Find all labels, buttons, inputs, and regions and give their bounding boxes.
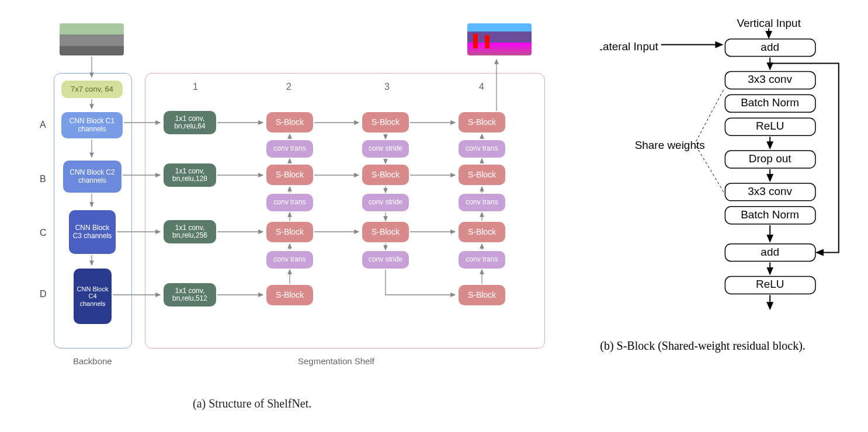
svg-text:add: add <box>761 41 780 53</box>
output-image-thumb <box>467 23 532 55</box>
conv-stride-3ab: conv stride <box>362 140 409 158</box>
sblock-diagram: Vertical Input Lateral Input add 3x3 con… <box>600 12 856 353</box>
caption-a: (a) Structure of ShelfNet. <box>193 397 311 410</box>
sblock-4b: S-Block <box>459 165 505 185</box>
label-share-weights: Share weights <box>635 139 705 151</box>
input-image-thumb <box>60 23 124 55</box>
shelfnet-structure-diagram: A B C D 1 2 3 4 7x7 conv, 64 CNN Block C… <box>12 12 577 420</box>
svg-line-63 <box>696 89 724 141</box>
sblock-3c: S-Block <box>362 222 409 242</box>
cnn-block-c2: CNN Block C2 channels <box>63 161 121 193</box>
shelf-label: Segmentation Shelf <box>298 356 374 366</box>
svg-text:Drop out: Drop out <box>749 152 791 165</box>
svg-text:ReLU: ReLU <box>756 120 784 132</box>
conv-stride-3cd: conv stride <box>362 251 409 269</box>
conv1x1-64: 1x1 conv, bn,relu,64 <box>164 111 216 134</box>
label-lateral-input: Lateral Input <box>600 40 658 53</box>
sblock-2b: S-Block <box>266 165 313 185</box>
conv-7x7-block: 7x7 conv, 64 <box>61 81 123 98</box>
svg-text:Batch Norm: Batch Norm <box>741 208 799 221</box>
cnn-block-c1: CNN Block C1 channels <box>61 112 123 138</box>
col-label-2: 2 <box>286 82 291 92</box>
sblock-3b: S-Block <box>362 165 409 185</box>
svg-text:Batch Norm: Batch Norm <box>741 96 799 109</box>
cnn-block-c3: CNN Block C3 channels <box>69 210 116 254</box>
svg-text:add: add <box>761 246 780 258</box>
conv-stride-3bc: conv stride <box>362 194 409 211</box>
svg-text:3x3 conv: 3x3 conv <box>748 73 793 85</box>
cnn-block-c4: CNN Block C4 channels <box>74 269 112 324</box>
col-label-1: 1 <box>193 82 198 92</box>
conv-trans-4bc: conv trans <box>459 194 505 211</box>
sblock-4d: S-Block <box>459 285 505 305</box>
conv-trans-2cd: conv trans <box>266 251 313 269</box>
sblock-2c: S-Block <box>266 222 313 242</box>
sblock-2a: S-Block <box>266 112 313 133</box>
sblock-4a: S-Block <box>459 112 505 133</box>
col-label-4: 4 <box>479 82 484 92</box>
sblock-2d: S-Block <box>266 285 313 305</box>
svg-line-64 <box>696 146 724 193</box>
svg-text:3x3 conv: 3x3 conv <box>748 185 793 197</box>
svg-text:ReLU: ReLU <box>756 278 784 290</box>
row-label-b: B <box>40 174 46 184</box>
row-label-c: C <box>40 228 47 238</box>
col-label-3: 3 <box>384 82 390 92</box>
conv-trans-4ab: conv trans <box>459 140 505 158</box>
conv1x1-512: 1x1 conv, bn,relu,512 <box>164 283 216 306</box>
conv-trans-2ab: conv trans <box>266 140 313 158</box>
label-vertical-input: Vertical Input <box>737 17 801 29</box>
sblock-4c: S-Block <box>459 222 505 242</box>
caption-b: (b) S-Block (Shared-weight residual bloc… <box>600 338 856 353</box>
row-label-d: D <box>40 289 47 299</box>
row-label-a: A <box>40 120 46 130</box>
conv1x1-128: 1x1 conv, bn,relu,128 <box>164 163 216 187</box>
sblock-boxes: add 3x3 conv Batch Norm ReLU Drop out 3x… <box>725 39 816 294</box>
sblock-3a: S-Block <box>362 112 409 133</box>
conv-trans-2bc: conv trans <box>266 194 313 211</box>
conv1x1-256: 1x1 conv, bn,relu,256 <box>164 220 216 243</box>
conv-trans-4cd: conv trans <box>459 251 505 269</box>
backbone-label: Backbone <box>73 356 112 366</box>
